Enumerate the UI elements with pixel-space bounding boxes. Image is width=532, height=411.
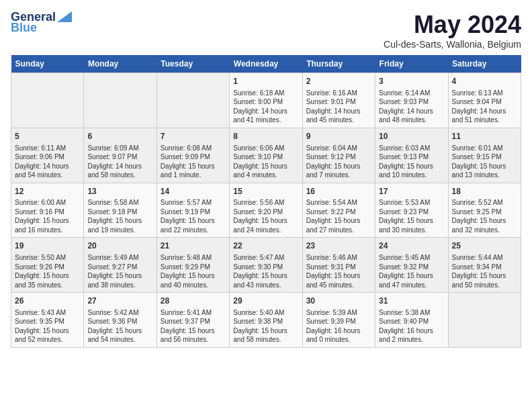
day-number: 24 [379,240,444,252]
day-number: 17 [379,186,444,197]
calendar-cell: 29Sunrise: 5:40 AM Sunset: 9:38 PM Dayli… [230,293,302,348]
day-info: Sunrise: 5:42 AM Sunset: 9:36 PM Dayligh… [87,308,152,345]
logo-icon [57,11,72,22]
day-number: 31 [379,295,444,307]
title-section: May 2024 Cul-des-Sarts, Wallonia, Belgiu… [384,11,521,50]
calendar-cell: 9Sunrise: 6:04 AM Sunset: 9:12 PM Daylig… [302,128,375,183]
day-info: Sunrise: 5:53 AM Sunset: 9:23 PM Dayligh… [379,198,444,234]
day-info: Sunrise: 5:39 AM Sunset: 9:39 PM Dayligh… [306,308,371,345]
location-subtitle: Cul-des-Sarts, Wallonia, Belgium [384,39,521,50]
calendar-cell: 27Sunrise: 5:42 AM Sunset: 9:36 PM Dayli… [84,293,157,348]
day-number: 20 [87,240,152,252]
calendar-week-row: 26Sunrise: 5:43 AM Sunset: 9:35 PM Dayli… [11,293,521,348]
day-info: Sunrise: 6:08 AM Sunset: 9:09 PM Dayligh… [161,144,226,180]
day-header-monday: Monday [84,55,157,73]
calendar-cell: 25Sunrise: 5:44 AM Sunset: 9:34 PM Dayli… [448,238,521,293]
day-info: Sunrise: 6:14 AM Sunset: 9:03 PM Dayligh… [379,89,444,125]
day-number: 27 [87,295,152,307]
day-number: 6 [87,131,152,142]
calendar-cell: 8Sunrise: 6:06 AM Sunset: 9:10 PM Daylig… [230,128,302,183]
calendar-cell: 28Sunrise: 5:41 AM Sunset: 9:37 PM Dayli… [157,293,229,348]
day-number: 16 [306,186,371,197]
day-number: 25 [452,240,517,252]
day-info: Sunrise: 5:43 AM Sunset: 9:35 PM Dayligh… [15,308,80,345]
calendar-table: SundayMondayTuesdayWednesdayThursdayFrid… [11,55,521,348]
day-info: Sunrise: 5:58 AM Sunset: 9:18 PM Dayligh… [87,198,152,234]
logo-blue: Blue [11,21,37,35]
day-info: Sunrise: 5:38 AM Sunset: 9:40 PM Dayligh… [379,308,444,345]
day-number: 23 [306,240,371,252]
calendar-cell: 3Sunrise: 6:14 AM Sunset: 9:03 PM Daylig… [375,73,448,128]
svg-marker-0 [57,11,72,22]
day-info: Sunrise: 6:06 AM Sunset: 9:10 PM Dayligh… [233,144,298,180]
day-info: Sunrise: 5:57 AM Sunset: 9:19 PM Dayligh… [161,198,226,234]
day-header-saturday: Saturday [448,55,521,73]
day-number: 29 [233,295,298,307]
day-info: Sunrise: 5:44 AM Sunset: 9:34 PM Dayligh… [452,253,517,289]
calendar-cell: 13Sunrise: 5:58 AM Sunset: 9:18 PM Dayli… [84,183,157,238]
calendar-cell: 31Sunrise: 5:38 AM Sunset: 9:40 PM Dayli… [375,293,448,348]
calendar-cell: 21Sunrise: 5:48 AM Sunset: 9:29 PM Dayli… [157,238,229,293]
calendar-cell: 11Sunrise: 6:01 AM Sunset: 9:15 PM Dayli… [448,128,521,183]
day-info: Sunrise: 6:16 AM Sunset: 9:01 PM Dayligh… [306,89,371,125]
day-number: 1 [233,76,298,87]
calendar-cell: 10Sunrise: 6:03 AM Sunset: 9:13 PM Dayli… [375,128,448,183]
calendar-cell: 2Sunrise: 6:16 AM Sunset: 9:01 PM Daylig… [302,73,375,128]
calendar-cell: 24Sunrise: 5:45 AM Sunset: 9:32 PM Dayli… [375,238,448,293]
calendar-cell: 30Sunrise: 5:39 AM Sunset: 9:39 PM Dayli… [302,293,375,348]
day-number: 5 [15,131,80,142]
calendar-cell: 19Sunrise: 5:50 AM Sunset: 9:26 PM Dayli… [11,238,84,293]
day-header-sunday: Sunday [11,55,84,73]
day-number: 18 [452,186,517,197]
calendar-cell [11,73,84,128]
calendar-week-row: 12Sunrise: 6:00 AM Sunset: 9:16 PM Dayli… [11,183,521,238]
day-info: Sunrise: 6:18 AM Sunset: 9:00 PM Dayligh… [233,89,298,125]
day-info: Sunrise: 5:49 AM Sunset: 9:27 PM Dayligh… [87,253,152,289]
day-info: Sunrise: 5:52 AM Sunset: 9:25 PM Dayligh… [452,198,517,234]
day-number: 15 [233,186,298,197]
day-number: 22 [233,240,298,252]
day-info: Sunrise: 5:47 AM Sunset: 9:30 PM Dayligh… [233,253,298,289]
day-info: Sunrise: 5:46 AM Sunset: 9:31 PM Dayligh… [306,253,371,289]
day-info: Sunrise: 6:13 AM Sunset: 9:04 PM Dayligh… [452,89,517,125]
calendar-cell: 1Sunrise: 6:18 AM Sunset: 9:00 PM Daylig… [230,73,302,128]
calendar-week-row: 5Sunrise: 6:11 AM Sunset: 9:06 PM Daylig… [11,128,521,183]
day-number: 13 [87,186,152,197]
day-number: 8 [233,131,298,142]
calendar-week-row: 1Sunrise: 6:18 AM Sunset: 9:00 PM Daylig… [11,73,521,128]
day-number: 28 [161,295,226,307]
day-info: Sunrise: 6:11 AM Sunset: 9:06 PM Dayligh… [15,144,80,180]
day-number: 2 [306,76,371,87]
calendar-cell: 22Sunrise: 5:47 AM Sunset: 9:30 PM Dayli… [230,238,302,293]
calendar-cell: 18Sunrise: 5:52 AM Sunset: 9:25 PM Dayli… [448,183,521,238]
page-header: General Blue May 2024 Cul-des-Sarts, Wal… [11,11,521,50]
calendar-cell: 17Sunrise: 5:53 AM Sunset: 9:23 PM Dayli… [375,183,448,238]
day-header-tuesday: Tuesday [157,55,229,73]
day-number: 7 [161,131,226,142]
day-number: 3 [379,76,444,87]
calendar-week-row: 19Sunrise: 5:50 AM Sunset: 9:26 PM Dayli… [11,238,521,293]
calendar-cell: 12Sunrise: 6:00 AM Sunset: 9:16 PM Dayli… [11,183,84,238]
day-info: Sunrise: 5:40 AM Sunset: 9:38 PM Dayligh… [233,308,298,345]
day-number: 26 [15,295,80,307]
calendar-cell: 14Sunrise: 5:57 AM Sunset: 9:19 PM Dayli… [157,183,229,238]
day-number: 9 [306,131,371,142]
day-info: Sunrise: 5:45 AM Sunset: 9:32 PM Dayligh… [379,253,444,289]
calendar-cell: 4Sunrise: 6:13 AM Sunset: 9:04 PM Daylig… [448,73,521,128]
day-number: 4 [452,76,517,87]
calendar-cell: 23Sunrise: 5:46 AM Sunset: 9:31 PM Dayli… [302,238,375,293]
calendar-cell [84,73,157,128]
day-number: 12 [15,186,80,197]
day-header-thursday: Thursday [302,55,375,73]
calendar-cell: 5Sunrise: 6:11 AM Sunset: 9:06 PM Daylig… [11,128,84,183]
calendar-cell: 16Sunrise: 5:54 AM Sunset: 9:22 PM Dayli… [302,183,375,238]
month-title: May 2024 [384,11,521,39]
calendar-cell: 15Sunrise: 5:56 AM Sunset: 9:20 PM Dayli… [230,183,302,238]
calendar-cell: 20Sunrise: 5:49 AM Sunset: 9:27 PM Dayli… [84,238,157,293]
day-info: Sunrise: 5:50 AM Sunset: 9:26 PM Dayligh… [15,253,80,289]
day-number: 14 [161,186,226,197]
calendar-cell: 7Sunrise: 6:08 AM Sunset: 9:09 PM Daylig… [157,128,229,183]
day-header-wednesday: Wednesday [230,55,302,73]
day-info: Sunrise: 6:09 AM Sunset: 9:07 PM Dayligh… [87,144,152,180]
day-info: Sunrise: 6:03 AM Sunset: 9:13 PM Dayligh… [379,144,444,180]
